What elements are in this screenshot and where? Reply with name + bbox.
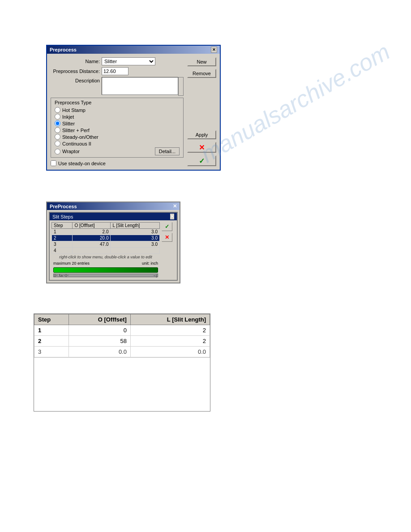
- radio-steady-on-input[interactable]: [55, 134, 60, 140]
- slit-ok-button[interactable]: ✓: [162, 222, 172, 231]
- big-cell-step: 1: [34, 325, 69, 336]
- table-row: 1 2.0 3.0: [52, 229, 160, 235]
- col-step: Step: [52, 223, 73, 229]
- steady-on-checkbox[interactable]: [51, 160, 56, 166]
- name-row: Name: Slitter: [51, 57, 184, 65]
- radio-slitter-perf-label: Slitter + Perf: [62, 128, 90, 133]
- description-row: Description: [51, 77, 184, 96]
- dialog2-close-button[interactable]: ✕: [173, 203, 177, 209]
- description-scrollbar[interactable]: [178, 77, 184, 96]
- radio-inkjet-input[interactable]: [55, 114, 60, 120]
- cell-offset: [73, 248, 111, 254]
- description-textarea[interactable]: [102, 77, 178, 95]
- radio-slitter: Slitter: [55, 120, 180, 126]
- detail-button[interactable]: Detail...: [155, 147, 180, 155]
- slider-area: |← L₁→|← →|: [51, 266, 160, 278]
- radio-hot-stamp: Hot Stamp: [55, 107, 180, 113]
- dialog2-titlebar: PreProcess ✕: [47, 202, 180, 210]
- name-label: Name:: [51, 59, 100, 64]
- steady-on-label: Use steady-on device: [58, 161, 106, 166]
- big-slit-table: Step O [Offfset] L [Slit Length] 1 0 2 2…: [34, 314, 210, 357]
- slit-steps-dialog: PreProcess ✕ Slit Steps ✕ Step O [Offfse…: [46, 202, 180, 283]
- watermark: manualsarchive.com: [196, 38, 394, 168]
- radio-continuous-ii-input[interactable]: [55, 141, 60, 146]
- table-row: 2 20.0 3.0: [52, 235, 160, 241]
- cell-slit-length: 3.0: [111, 229, 160, 235]
- preprocess-type-legend: Preprocess Type: [55, 100, 180, 105]
- radio-steady-on: Steady-on/Other: [55, 134, 180, 140]
- description-label: Description: [51, 77, 100, 83]
- radio-slitter-input[interactable]: [55, 120, 60, 126]
- radio-slitter-perf: Slitter + Perf: [55, 127, 180, 133]
- big-cell-slit-length: 2: [130, 336, 210, 347]
- preprocess-distance-row: Preprocess Distance:: [51, 67, 184, 75]
- radio-hot-stamp-label: Hot Stamp: [62, 107, 86, 113]
- table-header-row: Step O [Offfset] L [Slit Length]: [34, 314, 210, 325]
- max-entries-label: maximum 20 entries: [53, 261, 90, 266]
- cell-slit-length: 3.0: [111, 241, 160, 248]
- cell-slit-length: 3.0: [111, 235, 160, 241]
- cell-slit-length: [111, 248, 160, 254]
- table-row: 4: [52, 248, 160, 254]
- steady-on-row: Use steady-on device: [51, 160, 184, 166]
- x-icon: ✕: [199, 143, 205, 152]
- radio-wraptor-label: Wraptor: [62, 149, 80, 154]
- radio-steady-on-label: Steady-on/Other: [62, 134, 98, 140]
- big-col-offset: O [Offfset]: [68, 314, 130, 325]
- radio-wraptor-row: Wraptor Detail...: [55, 147, 180, 155]
- green-slider[interactable]: [53, 267, 158, 273]
- dialog1-close-button[interactable]: ✕: [211, 47, 217, 53]
- apply-button[interactable]: Apply: [187, 130, 216, 139]
- big-col-step: Step: [34, 314, 69, 325]
- preprocess-distance-label: Preprocess Distance:: [51, 69, 100, 74]
- dialog2-inner-title: Slit Steps: [52, 214, 73, 219]
- radio-wraptor-input[interactable]: [55, 149, 60, 154]
- big-table-footer: [34, 357, 210, 411]
- slit-cancel-button[interactable]: ✕: [162, 233, 172, 242]
- col-offset: O [Offfset]: [73, 223, 111, 229]
- radio-continuous-ii-label: Continuous II: [62, 141, 91, 146]
- cancel-icon-button[interactable]: ✕: [187, 142, 216, 153]
- slit-steps-hint: right-click to show menu, double-click a…: [51, 254, 160, 260]
- big-cell-slit-length: 0.0: [130, 347, 210, 357]
- cell-offset: 2.0: [73, 229, 111, 235]
- dialog1-title: Preprocess: [50, 47, 77, 52]
- radio-continuous-ii: Continuous II: [55, 141, 180, 146]
- dialog1-titlebar: Preprocess ✕: [47, 46, 220, 54]
- preprocess-type-group: Preprocess Type Hot Stamp Inkjet Slitter…: [51, 98, 184, 158]
- slit-steps-table: Step O [Offfset] L [Slit Length] 1 2.0 3…: [51, 222, 160, 254]
- new-button[interactable]: New: [187, 57, 216, 66]
- cell-step: 1: [52, 229, 73, 235]
- big-cell-step: 2: [34, 336, 69, 347]
- radio-slitter-label: Slitter: [62, 121, 75, 126]
- big-slit-table-container: Step O [Offfset] L [Slit Length] 1 0 2 2…: [34, 313, 210, 412]
- gray-slider[interactable]: |← L₁→|← →|: [53, 274, 158, 277]
- check-icon: ✓: [199, 157, 205, 165]
- x-icon: ✕: [165, 234, 169, 240]
- radio-hot-stamp-input[interactable]: [55, 107, 60, 113]
- dialog2-inner-close[interactable]: ✕: [170, 214, 174, 219]
- big-cell-offset: 0: [68, 325, 130, 336]
- radio-inkjet: Inkjet: [55, 114, 180, 120]
- table-row: 2 58 2: [34, 336, 210, 347]
- name-select[interactable]: Slitter: [102, 57, 155, 65]
- ok-icon-button[interactable]: ✓: [187, 155, 216, 166]
- radio-slitter-perf-input[interactable]: [55, 127, 60, 133]
- big-cell-slit-length: 2: [130, 325, 210, 336]
- big-cell-offset: 58: [68, 336, 130, 347]
- info-row: maximum 20 entries unit: inch: [51, 260, 160, 266]
- preprocess-distance-input[interactable]: [102, 67, 128, 75]
- table-row: 3 47.0 3.0: [52, 241, 160, 248]
- unit-label: unit: inch: [142, 261, 158, 266]
- table-row: 3 0.0 0.0: [34, 347, 210, 357]
- radio-inkjet-label: Inkjet: [62, 114, 74, 120]
- remove-button[interactable]: Remove: [187, 69, 216, 78]
- big-cell-offset: 0.0: [68, 347, 130, 357]
- cell-step: 2: [52, 235, 73, 241]
- big-col-slit-length: L [Slit Length]: [130, 314, 210, 325]
- dialog2-inner: Slit Steps ✕ Step O [Offfset] L [Slit Le…: [49, 212, 178, 281]
- col-slit-length: L [Slit Length]: [111, 223, 160, 229]
- cell-step: 3: [52, 241, 73, 248]
- dialog2-inner-titlebar: Slit Steps ✕: [50, 213, 177, 220]
- preprocess-dialog: Preprocess ✕ Name: Slitter Preprocess Di…: [46, 45, 221, 171]
